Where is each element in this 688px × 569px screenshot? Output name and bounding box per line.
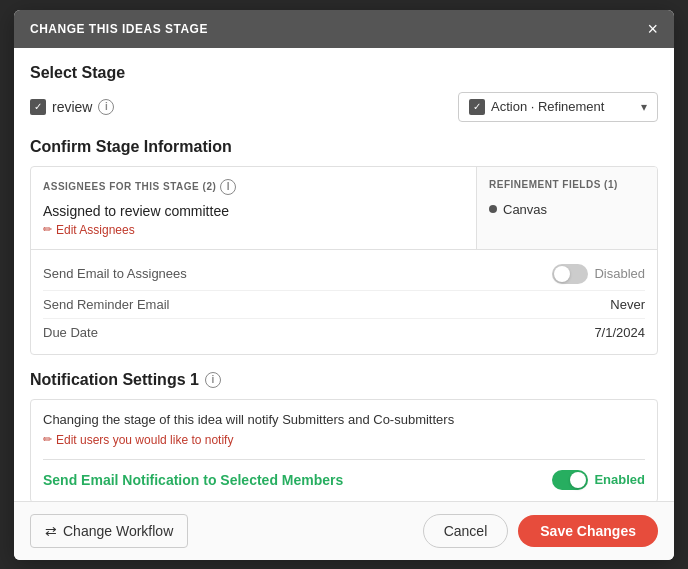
modal-overlay: CHANGE THIS IDEAS STAGE × Select Stage ✓…: [0, 0, 688, 569]
send-email-toggle-container: Disabled: [552, 264, 645, 284]
confirm-section: Confirm Stage Information ASSIGNEES FOR …: [30, 138, 658, 355]
notification-info-icon[interactable]: i: [205, 372, 221, 388]
toggle-knob: [554, 266, 570, 282]
due-date-label: Due Date: [43, 325, 98, 340]
modal-body: Select Stage ✓ review i ✓ Action · Refin…: [14, 48, 674, 501]
send-reminder-value: Never: [610, 297, 645, 312]
stage-name: review: [52, 99, 92, 115]
edit-users-link[interactable]: ✏ Edit users you would like to notify: [43, 433, 645, 447]
stage-checkbox-icon: ✓: [30, 99, 46, 115]
confirm-left-col: ASSIGNEES FOR THIS STAGE (2) i Assigned …: [31, 167, 477, 249]
select-stage-title: Select Stage: [30, 64, 658, 82]
stage-badge: ✓ review i: [30, 99, 114, 115]
notification-send-row: Send Email Notification to Selected Memb…: [43, 459, 645, 490]
stage-dropdown-inner: ✓ Action · Refinement: [469, 99, 604, 115]
refinement-item-label: Canvas: [503, 202, 547, 217]
send-reminder-label: Send Reminder Email: [43, 297, 169, 312]
notification-desc: Changing the stage of this idea will not…: [43, 412, 645, 427]
assignee-name: Assigned to review committee: [43, 203, 464, 219]
notification-toggle-knob: [570, 472, 586, 488]
stage-info-icon[interactable]: i: [98, 99, 114, 115]
footer-right: Cancel Save Changes: [423, 514, 658, 548]
notification-section-title: Notification Settings 1 i: [30, 371, 658, 389]
dropdown-checkbox-icon: ✓: [469, 99, 485, 115]
notification-toggle-container: Enabled: [552, 470, 645, 490]
send-email-label: Send Email to Assignees: [43, 266, 187, 281]
refinement-dot: [489, 205, 497, 213]
notification-send-status: Enabled: [594, 472, 645, 487]
assignees-col-label: ASSIGNEES FOR THIS STAGE (2) i: [43, 179, 464, 195]
modal-title: CHANGE THIS IDEAS STAGE: [30, 22, 208, 36]
refinement-item: Canvas: [489, 198, 645, 221]
send-email-row: Send Email to Assignees Disabled: [43, 258, 645, 291]
workflow-icon: ⇄: [45, 523, 57, 539]
confirm-section-title: Confirm Stage Information: [30, 138, 658, 156]
select-stage-section: Select Stage ✓ review i ✓ Action · Refin…: [30, 64, 658, 122]
edit-assignees-link[interactable]: ✏ Edit Assignees: [43, 223, 464, 237]
due-date-row: Due Date 7/1/2024: [43, 319, 645, 346]
modal-footer: ⇄ Change Workflow Cancel Save Changes: [14, 501, 674, 560]
notification-info-box: Changing the stage of this idea will not…: [30, 399, 658, 501]
stage-dropdown-value: Action · Refinement: [491, 99, 604, 114]
chevron-down-icon: ▾: [641, 100, 647, 114]
notification-toggle[interactable]: [552, 470, 588, 490]
stage-dropdown[interactable]: ✓ Action · Refinement ▾: [458, 92, 658, 122]
send-email-toggle[interactable]: [552, 264, 588, 284]
due-date-value: 7/1/2024: [594, 325, 645, 340]
send-email-notification-label: Send Email Notification to Selected Memb…: [43, 472, 343, 488]
edit-users-icon: ✏: [43, 433, 52, 446]
refinement-col-label: REFINEMENT FIELDS (1): [489, 179, 645, 190]
modal-header: CHANGE THIS IDEAS STAGE ×: [14, 10, 674, 48]
cancel-button[interactable]: Cancel: [423, 514, 509, 548]
confirm-grid: ASSIGNEES FOR THIS STAGE (2) i Assigned …: [31, 167, 657, 249]
change-workflow-button[interactable]: ⇄ Change Workflow: [30, 514, 188, 548]
save-changes-button[interactable]: Save Changes: [518, 515, 658, 547]
confirm-right-col: REFINEMENT FIELDS (1) Canvas: [477, 167, 657, 249]
confirm-info-box: ASSIGNEES FOR THIS STAGE (2) i Assigned …: [30, 166, 658, 355]
modal-container: CHANGE THIS IDEAS STAGE × Select Stage ✓…: [14, 10, 674, 560]
info-rows: Send Email to Assignees Disabled Send Re…: [31, 250, 657, 354]
assignees-info-icon[interactable]: i: [220, 179, 236, 195]
edit-icon: ✏: [43, 223, 52, 236]
close-button[interactable]: ×: [647, 20, 658, 38]
send-reminder-row: Send Reminder Email Never: [43, 291, 645, 319]
notification-section: Notification Settings 1 i Changing the s…: [30, 371, 658, 501]
send-email-status: Disabled: [594, 266, 645, 281]
select-stage-row: ✓ review i ✓ Action · Refinement ▾: [30, 92, 658, 122]
